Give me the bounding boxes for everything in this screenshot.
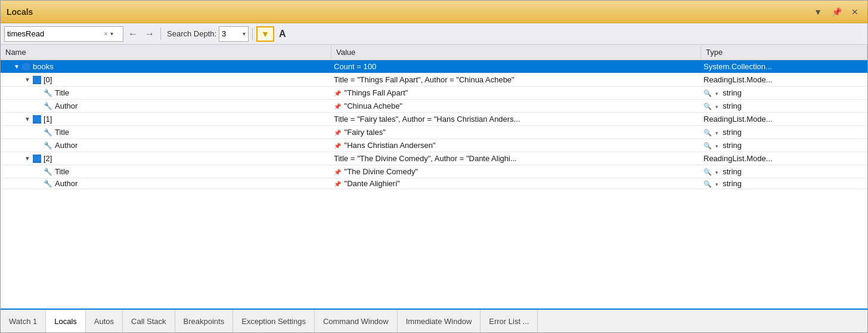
tab-exception[interactable]: Exception Settings — [233, 309, 315, 332]
search-icon-sm[interactable]: 🔍 — [703, 168, 712, 176]
cell-value-author-2: 📌 "Dante Alighieri" — [331, 178, 701, 189]
name-text: Title — [55, 167, 69, 176]
cell-value-author-1: 📌 "Hans Christian Andersen" — [331, 140, 701, 150]
search-icon-sm[interactable]: 🔍 — [703, 142, 712, 150]
type-dropdown[interactable]: ▾ — [715, 143, 718, 149]
wrench-icon: 🔧 — [44, 180, 52, 188]
locals-window: Locals ▼ 📌 ✕ × ▾ ← → Search Depth: 3 ▾ ▼… — [0, 0, 868, 333]
pin-btn[interactable]: 📌 — [829, 6, 845, 18]
wrench-icon: 🔧 — [44, 102, 52, 110]
table-row[interactable]: ▶ 🔧 Title 📌 "The Divine Comedy" 🔍 ▾ stri… — [1, 165, 867, 178]
cell-type-title-0: 🔍 ▾ string — [701, 88, 867, 98]
wrench-icon: 🔧 — [44, 89, 52, 97]
format-btn[interactable]: A — [277, 27, 289, 41]
name-text: Author — [55, 179, 78, 188]
cell-name-title-2: ▶ 🔧 Title — [1, 166, 331, 177]
cell-value-title-1: 📌 "Fairy tales" — [331, 127, 701, 137]
back-btn[interactable]: ← — [126, 27, 140, 41]
cell-value-title-2: 📌 "The Divine Comedy" — [331, 166, 701, 177]
expand-icon[interactable]: ▼ — [24, 76, 32, 83]
search-input[interactable] — [7, 29, 103, 38]
cell-type-author-0: 🔍 ▾ string — [701, 101, 867, 111]
data-area[interactable]: ▼ books Count = 100 System.Collection...… — [1, 60, 867, 309]
cube-icon — [33, 115, 41, 124]
filter-btn[interactable]: ▼ — [256, 26, 274, 42]
type-dropdown[interactable]: ▾ — [715, 104, 718, 110]
table-row[interactable]: ▼ [0] Title = "Things Fall Apart", Autho… — [1, 73, 867, 87]
search-icon-sm[interactable]: 🔍 — [703, 180, 712, 188]
tab-locals[interactable]: Locals — [46, 309, 86, 332]
name-text: Title — [55, 128, 69, 137]
table-row[interactable]: ▶ 🔧 Author 📌 "Chinua Achebe" 🔍 ▾ string — [1, 100, 867, 113]
wrench-icon: 🔧 — [44, 141, 52, 150]
name-text: Author — [55, 141, 78, 150]
name-text: [1] — [44, 115, 52, 124]
wrench-icon: 🔧 — [44, 128, 52, 137]
cell-type-1: ReadingList.Mode... — [701, 114, 867, 124]
cell-type-title-1: 🔍 ▾ string — [701, 127, 867, 137]
search-icon-sm[interactable]: 🔍 — [703, 129, 712, 137]
tab-breakpoints[interactable]: Breakpoints — [175, 309, 234, 332]
type-dropdown[interactable]: ▾ — [715, 169, 718, 175]
table-row[interactable]: ▶ 🔧 Author 📌 "Hans Christian Andersen" 🔍… — [1, 139, 867, 152]
tab-callstack[interactable]: Call Stack — [123, 309, 175, 332]
type-dropdown[interactable]: ▾ — [715, 130, 718, 136]
cell-name-author-1: ▶ 🔧 Author — [1, 140, 331, 150]
expand-icon[interactable]: ▼ — [24, 155, 32, 162]
table-row[interactable]: ▼ [1] Title = "Fairy tales", Author = "H… — [1, 113, 867, 126]
table-row[interactable]: ▶ 🔧 Title 📌 "Things Fall Apart" 🔍 ▾ stri… — [1, 87, 867, 100]
cell-value-0: Title = "Things Fall Apart", Author = "C… — [331, 75, 701, 85]
pin-icon: 📌 — [334, 169, 341, 175]
close-btn[interactable]: ✕ — [848, 6, 861, 18]
search-box: × ▾ — [4, 26, 123, 42]
name-text: [2] — [44, 154, 52, 163]
cube-icon — [33, 76, 41, 84]
type-dropdown[interactable]: ▾ — [715, 181, 718, 187]
cell-name-1: ▼ [1] — [1, 114, 331, 124]
tab-command[interactable]: Command Window — [315, 309, 398, 332]
search-icon-sm[interactable]: 🔍 — [703, 103, 712, 110]
cell-value-author-0: 📌 "Chinua Achebe" — [331, 101, 701, 111]
cell-value-books: Count = 100 — [331, 61, 701, 72]
depth-dropdown-btn[interactable]: ▾ — [243, 30, 246, 37]
cell-value-2: Title = "The Divine Comedy", Author = "D… — [331, 153, 701, 164]
search-clear-btn[interactable]: × — [103, 30, 109, 38]
name-text: Author — [55, 101, 78, 110]
expand-icon[interactable]: ▼ — [14, 63, 21, 70]
expand-icon[interactable]: ▼ — [24, 116, 32, 122]
forward-btn[interactable]: → — [142, 27, 157, 41]
sep1 — [160, 28, 161, 40]
tab-watch1[interactable]: Watch 1 — [1, 309, 46, 332]
tab-bar: Watch 1 Locals Autos Call Stack Breakpoi… — [1, 309, 867, 332]
pin-icon: 📌 — [334, 90, 341, 97]
col-header-type: Type — [701, 46, 867, 58]
toolbar: × ▾ ← → Search Depth: 3 ▾ ▼ A — [1, 23, 867, 45]
table-row[interactable]: ▶ 🔧 Author 📌 "Dante Alighieri" 🔍 ▾ strin… — [1, 178, 867, 189]
tab-errorlist[interactable]: Error List ... — [480, 309, 538, 332]
type-dropdown[interactable]: ▾ — [715, 91, 718, 97]
cell-name-2: ▼ [2] — [1, 153, 331, 164]
table-row[interactable]: ▼ books Count = 100 System.Collection... — [1, 60, 867, 73]
dropdown-title-btn[interactable]: ▼ — [811, 6, 825, 18]
depth-label: Search Depth: — [167, 29, 216, 38]
title-bar: Locals ▼ 📌 ✕ — [1, 1, 867, 23]
depth-box: 3 ▾ — [219, 26, 249, 42]
cell-type-title-2: 🔍 ▾ string — [701, 166, 867, 177]
cube-icon — [22, 63, 30, 71]
cell-value-title-0: 📌 "Things Fall Apart" — [331, 88, 701, 98]
name-text: books — [33, 62, 54, 71]
table-row[interactable]: ▶ 🔧 Title 📌 "Fairy tales" 🔍 ▾ string — [1, 126, 867, 139]
table-row[interactable]: ▼ [2] Title = "The Divine Comedy", Autho… — [1, 152, 867, 165]
search-dropdown-btn[interactable]: ▾ — [109, 30, 114, 37]
sep2 — [252, 28, 253, 40]
tab-immediate[interactable]: Immediate Window — [398, 309, 481, 332]
search-icon-sm[interactable]: 🔍 — [703, 90, 712, 97]
cell-name-title-1: ▶ 🔧 Title — [1, 127, 331, 137]
pin-icon: 📌 — [334, 130, 341, 136]
cell-name-0: ▼ [0] — [1, 75, 331, 85]
cell-name-books: ▼ books — [1, 61, 331, 72]
col-header-name: Name — [1, 46, 331, 58]
tab-autos[interactable]: Autos — [86, 309, 123, 332]
col-header-value: Value — [331, 46, 701, 58]
cell-type-books: System.Collection... — [701, 61, 867, 72]
